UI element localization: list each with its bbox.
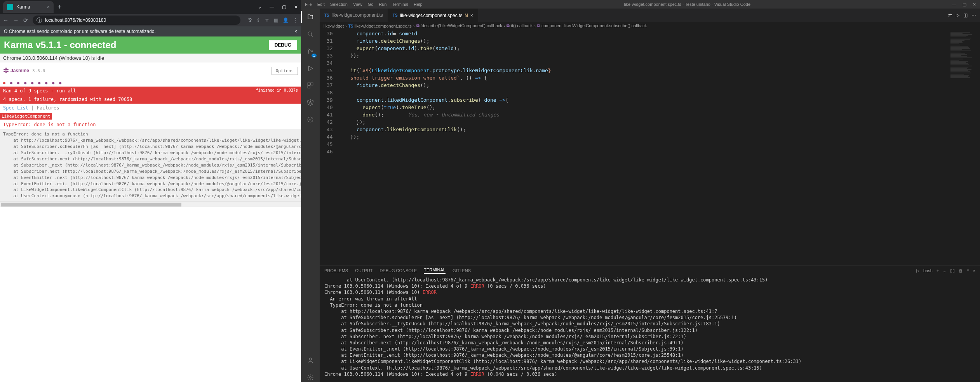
explorer-icon[interactable] <box>306 12 315 22</box>
options-button[interactable]: Options <box>272 67 298 75</box>
panel-tabs: PROBLEMSOUTPUTDEBUG CONSOLETERMINALGITLE… <box>320 266 980 275</box>
minimize-icon[interactable]: ― <box>952 2 956 7</box>
svg-rect-5 <box>311 83 313 85</box>
breadcrumb[interactable]: like-widget›TS like-widget.component.spe… <box>320 22 980 30</box>
search-icon[interactable] <box>306 30 315 39</box>
run-icon[interactable]: ▷ <box>956 12 959 18</box>
svg-point-8 <box>309 358 312 360</box>
code-content[interactable]: component.id= someId fixture.detectChang… <box>338 30 949 266</box>
close-icon[interactable]: ✕ <box>973 2 976 7</box>
panel-tab-gitlens[interactable]: GITLENS <box>453 268 471 273</box>
close-tab-icon[interactable]: × <box>47 4 50 10</box>
address-bar: ← → ⟳ i localhost:9876/?id=89383180 ⅋ ⇪ … <box>0 14 301 26</box>
chrome-window: Karma × + ⌄ ― ▢ ✕ ← → ⟳ i localhost:9876… <box>0 0 301 382</box>
svg-point-3 <box>312 51 313 52</box>
side-panel-icon[interactable]: ▥ <box>274 17 278 23</box>
menu-run[interactable]: Run <box>379 2 386 7</box>
more-icon[interactable]: ⋯ <box>971 12 976 18</box>
angular-icon[interactable] <box>306 98 315 107</box>
extensions-icon[interactable] <box>306 81 315 90</box>
horizontal-scrollbar[interactable] <box>0 201 301 207</box>
split-icon[interactable]: ◫ <box>963 12 968 18</box>
breadcrumb-item[interactable]: ⧉ it() callback <box>507 23 533 28</box>
reload-icon[interactable]: ⟳ <box>23 17 28 23</box>
breadcrumb-item[interactable]: like-widget <box>324 24 344 28</box>
window-controls: ⌄ ― ▢ ✕ <box>258 4 298 10</box>
suite-name-badge[interactable]: LikeWidgetComponent <box>0 113 52 120</box>
menu-terminal[interactable]: Terminal <box>392 2 409 7</box>
minimap[interactable] <box>949 30 980 266</box>
split-terminal-icon[interactable]: ▯▯ <box>950 268 955 273</box>
profile-icon[interactable]: 👤 <box>283 17 289 23</box>
maximize-panel-icon[interactable]: ^ <box>967 268 969 273</box>
karma-banner: Karma v5.1.1 - connected DEBUG <box>0 36 301 54</box>
panel-tab-problems[interactable]: PROBLEMS <box>324 268 348 273</box>
compare-icon[interactable]: ⇄ <box>948 12 952 18</box>
breadcrumb-item[interactable]: ⧉ fdescribe('LikeWidgetComponent') callb… <box>416 23 502 28</box>
browser-tab[interactable]: Karma × <box>3 1 54 13</box>
vscode-window: FileEditSelectionViewGoRunTerminalHelp l… <box>301 0 980 382</box>
breadcrumb-item[interactable]: ⧉ component.likedWidgetComponent.subscri… <box>537 23 647 28</box>
close-tab-icon[interactable]: × <box>470 13 473 18</box>
gear-icon[interactable] <box>306 373 315 382</box>
favicon <box>7 4 13 10</box>
back-icon[interactable]: ← <box>3 17 9 23</box>
account-icon[interactable] <box>306 356 315 365</box>
spec-list-row: Spec List | Failures <box>0 104 301 112</box>
activity-bar: 1 <box>301 9 320 382</box>
bottom-panel: PROBLEMSOUTPUTDEBUG CONSOLETERMINALGITLE… <box>320 266 980 382</box>
flower-icon: ✲ <box>3 66 9 75</box>
star-icon[interactable]: ☆ <box>265 17 269 23</box>
panel-tab-terminal[interactable]: TERMINAL <box>424 267 446 274</box>
shell-label[interactable]: bash <box>923 268 933 273</box>
svg-point-0 <box>308 32 312 35</box>
kill-terminal-icon[interactable]: 🗑 <box>959 268 963 273</box>
spec-list-link[interactable]: Spec List <box>3 105 28 111</box>
editor-tab[interactable]: TSlike-widget.component.spec.tsM× <box>388 9 478 22</box>
panel-tab-debug console[interactable]: DEBUG CONSOLE <box>379 268 417 273</box>
minimize-icon[interactable]: ― <box>270 4 274 10</box>
svg-rect-4 <box>308 83 310 85</box>
menu-icon[interactable]: ⋮ <box>293 17 298 23</box>
menu-edit[interactable]: Edit <box>317 2 325 7</box>
share-icon[interactable]: ⇪ <box>256 17 260 23</box>
editor-tab[interactable]: TSlike-widget.component.ts <box>320 9 388 22</box>
site-info-icon[interactable]: i <box>37 17 42 23</box>
karma-status: Chrome 103.0.5060.114 (Windows 10) is id… <box>0 54 301 63</box>
chevron-down-icon[interactable]: ⌄ <box>258 4 262 10</box>
menu-selection[interactable]: Selection <box>330 2 348 7</box>
terminal-output[interactable]: at UserContext. (http://localhost:9876/_… <box>320 275 980 382</box>
translate-icon[interactable]: ⅋ <box>248 17 252 23</box>
menu-help[interactable]: Help <box>414 2 423 7</box>
url-input[interactable]: i localhost:9876/?id=89383180 <box>33 16 240 25</box>
maximize-icon[interactable]: ▢ <box>963 2 966 7</box>
panel-tab-output[interactable]: OUTPUT <box>355 268 373 273</box>
breadcrumb-item[interactable]: TS like-widget.component.spec.ts <box>348 24 412 28</box>
live-share-icon[interactable] <box>306 115 315 124</box>
terminal-launch-icon[interactable]: ▷ <box>916 268 919 273</box>
tab-actions: ⇄ ▷ ◫ ⋯ <box>944 9 980 22</box>
run-summary[interactable]: Ran 4 of 9 specs - run all <box>3 88 76 94</box>
menu-file[interactable]: File <box>305 2 312 7</box>
menu-view[interactable]: View <box>353 2 362 7</box>
close-notice-icon[interactable]: × <box>294 29 297 34</box>
jasmine-logo: ✲Jasmine <box>3 66 29 75</box>
debug-button[interactable]: DEBUG <box>269 40 297 50</box>
tab-title: Karma <box>16 4 30 10</box>
terminal-dropdown-icon[interactable]: ⌄ <box>943 268 946 273</box>
chrome-tabbar: Karma × + ⌄ ― ▢ ✕ <box>0 0 301 14</box>
close-icon[interactable]: ✕ <box>294 4 298 10</box>
menu-go[interactable]: Go <box>368 2 374 7</box>
forward-icon[interactable]: → <box>13 17 19 23</box>
new-tab-button[interactable]: + <box>57 3 62 11</box>
maximize-icon[interactable]: ▢ <box>282 4 286 10</box>
close-panel-icon[interactable]: × <box>973 268 975 273</box>
svg-point-9 <box>310 377 312 379</box>
source-control-icon[interactable]: 1 <box>306 47 315 56</box>
run-debug-icon[interactable] <box>306 64 315 73</box>
new-terminal-icon[interactable]: + <box>936 268 939 273</box>
menu-bar: FileEditSelectionViewGoRunTerminalHelp <box>301 2 426 7</box>
automation-notice: O Chrome está sendo controlado por um so… <box>0 26 301 36</box>
code-editor[interactable]: 3031323334353637383940414243444546 compo… <box>320 30 949 266</box>
ts-icon: TS <box>393 13 398 17</box>
